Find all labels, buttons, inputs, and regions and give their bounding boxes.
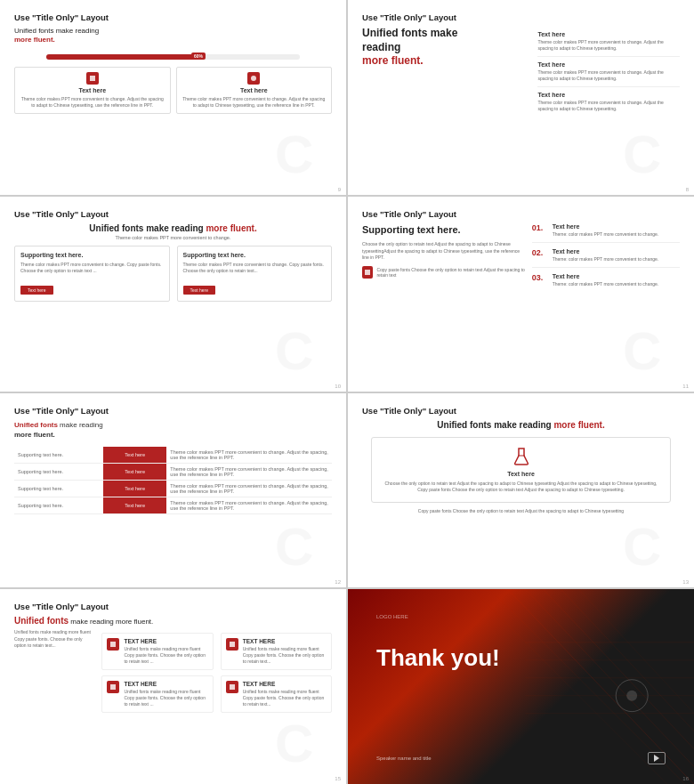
slide-2-left: Unified fonts make reading more fluent.	[362, 27, 532, 117]
slide-4-content: Supporting text here. Choose the only op…	[362, 223, 680, 297]
s7-col-right: TEXT HERE Unified fonts make reading mor…	[221, 633, 332, 718]
s7-item-3: TEXT HERE Unified fonts make reading mor…	[101, 675, 213, 713]
card-1-icon	[86, 72, 99, 85]
card-2-icon	[247, 72, 260, 85]
svg-rect-7	[230, 684, 235, 690]
s7-item-4-title: TEXT HERE	[243, 681, 327, 687]
slide-7-subtitle: Unified fonts make reading more fluent.	[14, 616, 332, 626]
s6-box-title: Text here	[383, 471, 659, 477]
slide-2-block-3: Text here Theme color makes PPT more con…	[537, 87, 680, 117]
slide-7: Use "Title Only" Layout Unified fonts ma…	[0, 589, 346, 784]
slide-3-layout-label: Use "Title Only" Layout	[14, 209, 332, 219]
s4-icon-text: Copy paste fonts Choose the only option …	[376, 267, 526, 278]
s7-two-col: TEXT HERE Unified fonts make reading mor…	[101, 633, 332, 718]
slide-4: Use "Title Only" Layout Supporting text …	[348, 197, 694, 392]
s5-row1-desc: Theme color makes PPT more convenient to…	[166, 447, 332, 464]
slide-5-layout-label: Use "Title Only" Layout	[14, 406, 332, 416]
big-title-line1: Unified fonts make	[362, 27, 457, 39]
slide-1-card-2: Text here Theme color makes PPT more con…	[176, 67, 333, 114]
slide-5-table: Supporting text here. Text here Theme co…	[14, 447, 332, 514]
slide-8-content: LOGO HERE Thank you! Speaker name and ti…	[362, 602, 680, 775]
s6-title-part1: Unified fonts make reading	[437, 420, 553, 430]
s5-row2-desc: Theme color makes PPT more convenient to…	[166, 463, 332, 480]
s6-title-red: more fluent.	[553, 420, 604, 430]
slide-5-number: 12	[335, 579, 341, 585]
s7-item-2: TEXT HERE Unified fonts make reading mor…	[221, 633, 332, 670]
s4-icon-box	[362, 266, 373, 279]
slide-3-sub: Theme color makes PPT more convenient to…	[14, 235, 332, 240]
slide-4-number: 11	[682, 384, 689, 389]
slide-2-number: 8	[686, 187, 689, 192]
block-2-text: Theme color makes PPT more convenient to…	[537, 69, 680, 82]
slide-3-number: 10	[335, 384, 341, 389]
card-2-text: Theme color makes PPT more convenient to…	[182, 96, 327, 109]
slide-1-subtitle-text: Unified fonts make reading	[14, 27, 99, 35]
slide-8-number: 16	[682, 776, 689, 781]
slide-2-block-1: Text here Theme color makes PPT more con…	[537, 27, 680, 57]
bg-watermark-6: C	[623, 516, 694, 587]
s7-items-grid: TEXT HERE Unified fonts make reading mor…	[101, 629, 332, 718]
s4-num-block-2: 02. Text here Theme: color makes PPT mor…	[532, 248, 680, 268]
center-title-part1: Unified fonts make reading	[89, 223, 206, 233]
slide-8-bottom: Speaker name and title	[376, 752, 666, 764]
s3-card-1-btn: Text here	[20, 286, 53, 295]
s6-box-text: Choose the only option to retain text Ad…	[383, 481, 659, 493]
slide-4-big-title: Supporting text here.	[362, 223, 527, 236]
big-title-line2: reading	[362, 41, 400, 53]
slide-2-right: Text here Theme color makes PPT more con…	[537, 27, 680, 117]
block-1-text: Theme color makes PPT more convenient to…	[537, 39, 680, 52]
slide-1-cards: Text here Theme color makes PPT more con…	[14, 67, 332, 114]
slide-3-card-1: Supporting text here. Theme color makes …	[14, 246, 170, 302]
s7-col-left: TEXT HERE Unified fonts make reading mor…	[101, 633, 213, 718]
slide-2-block-2: Text here Theme color makes PPT more con…	[537, 57, 680, 87]
s4-num-1-title: Text here	[553, 223, 658, 230]
bg-watermark-7: C	[275, 713, 346, 784]
s7-item-2-text: Unified fonts make reading more fluent C…	[243, 646, 327, 665]
s7-item-3-content: TEXT HERE Unified fonts make reading mor…	[124, 681, 207, 707]
s7-item-4-text: Unified fonts make reading more fluent C…	[243, 689, 327, 707]
slide-6-box: Text here Choose the only option to reta…	[371, 437, 671, 503]
s8-play-button[interactable]	[648, 752, 666, 764]
block-1-title: Text here	[537, 31, 680, 37]
slide-3-center-title: Unified fonts make reading more fluent.	[14, 223, 332, 233]
progress-bar-container: 60%	[14, 51, 332, 60]
s5-row-3: Supporting text here. Text here Theme co…	[14, 480, 332, 497]
s7-item-4: TEXT HERE Unified fonts make reading mor…	[221, 675, 332, 713]
slide-6: Use "Title Only" Layout Unified fonts ma…	[348, 393, 694, 588]
center-title-red: more fluent.	[206, 223, 256, 233]
s7-item-1-icon	[107, 638, 119, 651]
slide-2: Use "Title Only" Layout Unified fonts ma…	[348, 0, 694, 195]
slide-5: Use "Title Only" Layout Unified fonts ma…	[0, 393, 346, 588]
s4-num-2-text: Theme: color makes PPT more convenient t…	[553, 256, 658, 263]
s8-thank-you: Thank you!	[376, 644, 666, 672]
s5-row-1: Supporting text here. Text here Theme co…	[14, 447, 332, 464]
bg-watermark-4: C	[623, 320, 694, 392]
slide-4-layout-label: Use "Title Only" Layout	[362, 209, 680, 219]
slide-6-layout-label: Use "Title Only" Layout	[362, 406, 680, 416]
s5-row1-label: Supporting text here.	[14, 447, 103, 464]
s7-item-3-text: Unified fonts make reading more fluent C…	[124, 689, 207, 707]
s5-row3-desc: Theme color makes PPT more convenient to…	[166, 480, 332, 497]
svg-rect-2	[365, 270, 370, 275]
slide-1-card-1: Text here Theme color makes PPT more con…	[14, 67, 171, 114]
s7-subtitle-normal: make reading more fluent.	[69, 618, 153, 626]
card-2-title: Text here	[182, 87, 327, 93]
s7-item-4-icon	[226, 681, 238, 693]
s8-play-icon	[654, 755, 659, 762]
svg-rect-0	[90, 76, 95, 81]
slide-1-layout-label: Use "Title Only" Layout	[14, 12, 332, 22]
s7-item-3-icon	[107, 681, 119, 693]
s5-subtitle-line2: more fluent.	[14, 431, 55, 439]
s4-num-1: 01.	[532, 223, 548, 232]
s3-card-2-text: Theme color makes PPT more convenient to…	[183, 262, 327, 274]
slide-2-content: Unified fonts make reading more fluent. …	[362, 27, 680, 117]
slide-6-number: 13	[682, 579, 689, 585]
s7-item-1-text: Unified fonts make reading more fluent C…	[124, 646, 207, 665]
progress-bar-fill	[46, 54, 198, 60]
s3-card-2-title: Supporting text here.	[183, 252, 327, 258]
s5-row2-label: Supporting text here.	[14, 463, 103, 480]
block-3-text: Theme color makes PPT more convenient to…	[537, 100, 680, 112]
s8-speaker-label: Speaker name and title	[376, 756, 432, 761]
big-title-red: more fluent.	[362, 54, 424, 67]
block-3-title: Text here	[537, 92, 680, 98]
